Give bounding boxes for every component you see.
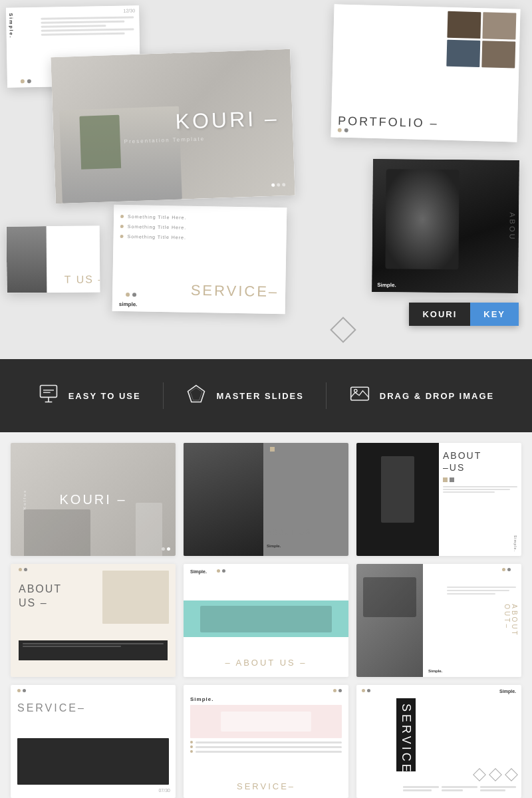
- thumb-service-mid: Simple. SERVICE–: [184, 685, 348, 798]
- beige-block: [102, 571, 169, 624]
- service-mid-image: [190, 705, 342, 758]
- simple-label: Simple.: [9, 13, 14, 39]
- typewriter-about-text: ABOUTOUT–: [503, 604, 517, 636]
- about-text-side: ABOUT–US Simple.: [439, 443, 521, 556]
- slide-number: 12/30: [123, 8, 135, 13]
- service-simple-label: simple.: [119, 301, 138, 307]
- tech-image-placeholder: [200, 606, 332, 632]
- thumb-about-suit: ABOUT–US Simple.: [356, 443, 521, 556]
- feature-easy-to-use: EASY TO USE: [38, 383, 141, 408]
- feature-drag-drop: DRAG & DROP IMAGE: [349, 383, 494, 408]
- slide-service: Something Title Here. Something Title He…: [112, 205, 287, 315]
- portfolio-title: PORTFOLIO –: [338, 114, 439, 131]
- feature-master-slides: MASTER SLIDES: [186, 383, 303, 408]
- hero-image: [59, 106, 182, 203]
- thumb-portrait-simple: Simple.: [267, 544, 281, 548]
- dark-bar: [19, 640, 168, 660]
- diamond-row: [475, 770, 516, 779]
- key-label: KEY: [470, 303, 519, 326]
- master-slides-label: MASTER SLIDES: [216, 391, 303, 401]
- diamond-decoration: [330, 317, 356, 343]
- service-fancy-simple: Simple.: [499, 689, 516, 694]
- svg-point-8: [354, 389, 356, 392]
- feature-divider-2: [326, 382, 327, 409]
- showcase-section: Simple. 12/30 Simple. KOURI – Presentati…: [0, 0, 532, 359]
- easy-to-use-label: EASY TO USE: [68, 391, 141, 401]
- presentation-icon: [38, 383, 59, 408]
- about-text: T US –: [65, 273, 100, 286]
- features-bar: EASY TO USE MASTER SLIDES DRAG & DROP IM…: [0, 359, 532, 432]
- thumb-kouri: Kolfus KOURI –: [11, 443, 176, 556]
- feature-divider-1: [163, 382, 164, 409]
- slide-portfolio: 15/30 PORTFOLIO –: [331, 4, 520, 142]
- about-suit-simple: Simple.: [513, 535, 517, 552]
- thumb-about-portrait: ABOUT US– Simple.: [184, 443, 348, 556]
- service-dark-title: SERVICE–: [17, 702, 169, 714]
- thumbnail-grid: Kolfus KOURI – ABOUT US– Simple. ABOUT–U…: [0, 432, 532, 798]
- slide-hero: Simple. KOURI – Presentation Template: [51, 49, 295, 203]
- thumb-kouri-vertical: Kolfus: [23, 489, 27, 510]
- tech-about-us: – ABOUT US –: [225, 658, 307, 668]
- portfolio-photo-grid: [446, 11, 516, 68]
- typewriter-content: ABOUTOUT– Simple.: [423, 564, 521, 677]
- slide-about: T US –: [7, 225, 100, 293]
- tech-simple: Simple.: [190, 569, 207, 574]
- typewriter-image: [356, 564, 423, 677]
- about-big-text: ABOUT–US: [443, 450, 517, 473]
- fashion-about-text: ABOU: [508, 212, 516, 241]
- service-dark-image: [17, 738, 169, 785]
- teal-bar: [184, 600, 348, 637]
- thumb-kouri-title: KOURI –: [59, 492, 126, 507]
- thumb-typewriter: ABOUTOUT– Simple.: [356, 564, 521, 677]
- thumb-about-beige: ABOUTUS –: [11, 564, 176, 677]
- slide-dots: [271, 183, 285, 187]
- thumb-service-fancy: Simple. SERVICE: [356, 685, 521, 798]
- suit-image: [356, 443, 439, 556]
- hero-title: KOURI –: [175, 106, 279, 134]
- kouri-label: KOURI: [409, 303, 470, 326]
- service-vert-text: SERVICE: [396, 698, 416, 771]
- svg-marker-6: [191, 388, 203, 400]
- service-dark-num: 07/30: [158, 788, 170, 793]
- fancy-labels: [403, 786, 516, 791]
- service-mid-label: SERVICE–: [237, 781, 295, 791]
- thumb-tech: Simple. – ABOUT US –: [184, 564, 348, 677]
- fashion-simple: Simple.: [377, 282, 396, 288]
- typewriter-simple: Simple.: [428, 669, 442, 673]
- kouri-key-bar: KOURI KEY: [409, 303, 519, 326]
- slide-fashion: Simple. ABOU: [372, 159, 519, 293]
- thumb-service-dark: SERVICE– 07/30: [11, 685, 176, 798]
- thumb-about-us-label: ABOUT US–: [267, 529, 317, 536]
- svg-rect-0: [40, 386, 57, 398]
- drag-drop-label: DRAG & DROP IMAGE: [380, 391, 494, 401]
- image-icon: [349, 383, 370, 408]
- diamond-icon: [186, 383, 207, 408]
- service-mid-simple: Simple.: [190, 696, 213, 702]
